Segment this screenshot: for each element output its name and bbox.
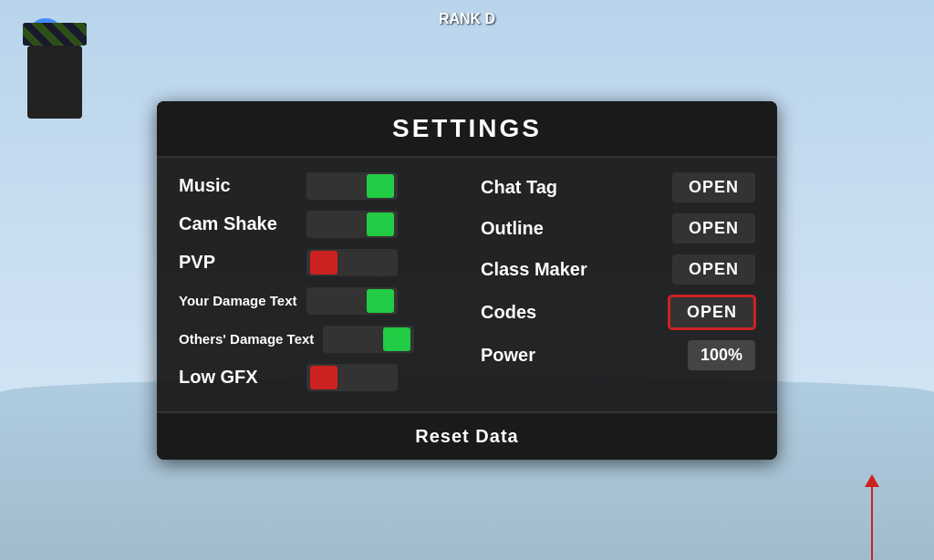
outline-open-button[interactable]: OPEN	[672, 213, 755, 244]
low-gfx-toggle[interactable]	[306, 364, 398, 391]
codes-row: Codes OPEN	[481, 296, 755, 329]
class-maker-row: Class Maker OPEN	[481, 254, 755, 285]
music-indicator	[367, 174, 394, 198]
settings-footer: Reset Data	[157, 411, 777, 460]
rank-label: RANK D	[439, 11, 495, 27]
arrow-line	[871, 487, 873, 560]
music-toggle[interactable]	[306, 172, 398, 200]
outline-label: Outline	[481, 218, 663, 239]
damage-text-row: Your Damage Text	[179, 287, 453, 315]
music-label: Music	[179, 175, 297, 196]
pvp-row: PVP	[179, 249, 453, 276]
low-gfx-label: Low GFX	[179, 367, 297, 388]
character-body	[27, 46, 82, 119]
arrow-indicator	[865, 474, 879, 560]
outline-row: Outline OPEN	[481, 213, 755, 244]
settings-panel: SETTINGS Music Cam Shake PVP	[157, 101, 777, 460]
others-damage-indicator	[383, 327, 410, 351]
low-gfx-row: Low GFX	[179, 364, 453, 391]
settings-body: Music Cam Shake PVP Your Damage Text	[157, 158, 777, 406]
right-column: Chat Tag OPEN Outline OPEN Class Maker O…	[481, 172, 755, 391]
music-row: Music	[179, 172, 453, 200]
class-maker-open-button[interactable]: OPEN	[672, 254, 755, 285]
cam-shake-indicator	[367, 213, 394, 236]
power-label: Power	[481, 345, 679, 366]
cam-shake-row: Cam Shake	[179, 211, 453, 238]
chat-tag-row: Chat Tag OPEN	[481, 172, 755, 202]
chat-tag-open-button[interactable]: OPEN	[672, 172, 755, 202]
damage-text-label: Your Damage Text	[179, 293, 297, 308]
low-gfx-indicator	[310, 366, 337, 389]
class-maker-label: Class Maker	[481, 259, 663, 280]
codes-open-button[interactable]: OPEN	[669, 296, 755, 329]
power-value: 100%	[688, 340, 755, 370]
pvp-indicator	[310, 251, 337, 275]
pvp-toggle[interactable]	[306, 249, 398, 276]
cam-shake-toggle[interactable]	[306, 211, 398, 238]
codes-label: Codes	[481, 302, 659, 323]
reset-data-button[interactable]: Reset Data	[415, 426, 518, 447]
character-hat	[23, 23, 87, 46]
character-sprite	[18, 18, 109, 128]
settings-title: SETTINGS	[157, 101, 777, 158]
left-column: Music Cam Shake PVP Your Damage Text	[179, 172, 453, 391]
damage-text-toggle[interactable]	[306, 287, 398, 315]
others-damage-label: Others' Damage Text	[179, 331, 314, 347]
arrow-head	[865, 474, 879, 487]
pvp-label: PVP	[179, 252, 297, 273]
power-row: Power 100%	[481, 340, 755, 370]
others-damage-row: Others' Damage Text	[179, 326, 453, 353]
others-damage-toggle[interactable]	[323, 326, 414, 353]
cam-shake-label: Cam Shake	[179, 213, 297, 234]
chat-tag-label: Chat Tag	[481, 177, 663, 198]
damage-text-indicator	[367, 289, 394, 313]
